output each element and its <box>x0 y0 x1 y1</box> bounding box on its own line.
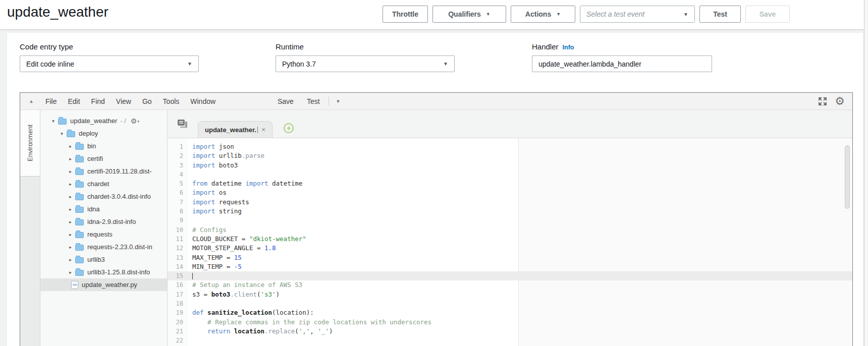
code-line[interactable]: 6import os <box>168 188 852 197</box>
code-line-text[interactable]: from datetime import datetime <box>188 179 852 188</box>
code-line-text[interactable]: import urllib.parse <box>188 151 852 160</box>
tree-item-update-weather[interactable]: ▾update_weather- /⚙▾ <box>40 114 167 127</box>
code-line-text[interactable] <box>188 299 852 308</box>
chevron-right-icon[interactable]: ▸ <box>68 257 73 262</box>
code-line[interactable]: 2import urllib.parse <box>168 151 852 160</box>
code-line[interactable]: 17s3 = boto3.client('s3') <box>168 290 852 299</box>
test-button[interactable]: Test <box>699 6 741 23</box>
line-number[interactable]: 17 <box>168 290 188 299</box>
code-line-text[interactable]: import os <box>188 188 852 197</box>
line-number[interactable]: 3 <box>168 161 188 170</box>
code-line-text[interactable] <box>188 271 852 280</box>
code-line[interactable]: 18 <box>168 299 852 308</box>
chevron-down-icon[interactable]: ▾ <box>50 119 56 124</box>
code-line[interactable]: 5from datetime import datetime <box>168 179 852 188</box>
line-number[interactable]: 9 <box>168 216 188 225</box>
code-line[interactable]: 4 <box>168 170 852 179</box>
code-line[interactable]: 16# Setup an instance of AWS S3 <box>168 280 852 290</box>
tree-settings-gear-icon[interactable]: ⚙▾ <box>131 118 139 125</box>
code-line-text[interactable]: return location.replace(',', '_') <box>188 327 852 336</box>
menu-tools[interactable]: Tools <box>157 97 185 105</box>
code-line-text[interactable]: import string <box>188 207 852 216</box>
code-line-text[interactable]: def sanitize_location(location): <box>188 308 852 317</box>
code-entry-type-select[interactable]: Edit code inline ▼ <box>20 55 199 72</box>
chevron-right-icon[interactable]: ▸ <box>68 182 73 187</box>
line-number[interactable]: 21 <box>168 327 188 336</box>
line-number[interactable]: 2 <box>168 151 188 160</box>
code-line[interactable]: 12MOTOR_STEP_ANGLE = 1.8 <box>168 244 852 253</box>
code-line-text[interactable]: import requests <box>188 198 852 207</box>
chevron-right-icon[interactable]: ▸ <box>68 207 73 212</box>
line-number[interactable]: 5 <box>168 179 188 188</box>
tree-item-chardet-3-0-4-dist-info[interactable]: ▸chardet-3.0.4.dist-info <box>40 190 167 203</box>
code-line[interactable]: 13MAX_TEMP = 15 <box>168 253 852 262</box>
chevron-right-icon[interactable]: ▸ <box>68 270 73 275</box>
tab-update-weather[interactable]: update_weather. × <box>198 121 273 138</box>
environment-tab[interactable]: Environment <box>20 110 40 177</box>
line-number[interactable]: 12 <box>168 244 188 253</box>
chevron-right-icon[interactable]: ▸ <box>68 144 73 149</box>
code-line[interactable]: 10# Configs <box>168 225 852 235</box>
menu-go[interactable]: Go <box>137 97 157 105</box>
menu-view[interactable]: View <box>111 97 137 105</box>
line-number[interactable]: 16 <box>168 280 188 290</box>
line-number[interactable]: 14 <box>168 262 188 271</box>
menu-find[interactable]: Find <box>86 97 111 105</box>
actions-button[interactable]: Actions ▼ <box>511 6 575 23</box>
code-line[interactable]: 7import requests <box>168 198 852 207</box>
fullscreen-icon[interactable] <box>818 97 827 106</box>
code-line-text[interactable]: # Setup an instance of AWS S3 <box>188 280 852 290</box>
code-line-text[interactable]: import boto3 <box>188 161 852 170</box>
code-line-text[interactable]: # Configs <box>188 225 852 235</box>
code-line[interactable]: 19def sanitize_location(location): <box>168 308 852 317</box>
code-line[interactable]: 8import string <box>168 207 852 216</box>
line-number[interactable]: 1 <box>168 142 188 151</box>
code-line-text[interactable] <box>188 336 852 345</box>
code-line-text[interactable]: s3 = boto3.client('s3') <box>188 290 852 299</box>
code-line-text[interactable]: MAX_TEMP = 15 <box>188 253 852 262</box>
code-line[interactable]: 1import json <box>168 142 852 151</box>
test-event-select[interactable]: Select a test event ▼ <box>580 6 695 23</box>
tree-item-certifi[interactable]: ▸certifi <box>40 152 167 165</box>
tab-list-icon[interactable] <box>178 120 187 128</box>
runtime-select[interactable]: Python 3.7 ▼ <box>276 55 455 72</box>
chevron-right-icon[interactable]: ▸ <box>68 245 73 250</box>
menu-file[interactable]: File <box>40 97 63 105</box>
line-number[interactable]: 6 <box>168 188 188 197</box>
tree-item-certifi-2019-11-28-dist-[interactable]: ▸certifi-2019.11.28.dist- <box>40 165 167 178</box>
code-line[interactable]: 20 # Replace commas in the zip code loca… <box>168 318 852 327</box>
code-line[interactable]: 3import boto3 <box>168 161 852 170</box>
editor-scrollbar-thumb[interactable] <box>845 145 850 209</box>
code-line-text[interactable]: # Replace commas in the zip code locatio… <box>188 318 852 327</box>
editor-test-caret-button[interactable]: ▼ <box>331 99 346 104</box>
tree-item-update-weather-py[interactable]: <>update_weather.py <box>40 278 167 291</box>
tree-item-idna[interactable]: ▸idna <box>40 203 167 215</box>
editor-save-button[interactable]: Save <box>271 97 300 105</box>
line-number[interactable]: 13 <box>168 253 188 262</box>
editor-test-button[interactable]: Test <box>300 97 327 105</box>
code-line-text[interactable]: MOTOR_STEP_ANGLE = 1.8 <box>188 244 852 253</box>
settings-gear-icon[interactable]: ⚙ <box>835 96 845 107</box>
line-number[interactable]: 8 <box>168 207 188 216</box>
chevron-right-icon[interactable]: ▸ <box>68 169 73 174</box>
code-line-text[interactable]: MIN_TEMP = -5 <box>188 262 852 271</box>
tree-item-urllib3-1-25-8-dist-info[interactable]: ▸urllib3-1.25.8.dist-info <box>40 266 167 278</box>
code-line[interactable]: 9 <box>168 216 852 225</box>
line-number[interactable]: 20 <box>168 318 188 327</box>
tree-item-chardet[interactable]: ▸chardet <box>40 178 167 190</box>
line-number[interactable]: 10 <box>168 225 188 235</box>
throttle-button[interactable]: Throttle <box>383 6 428 23</box>
new-tab-button[interactable]: + <box>284 123 294 133</box>
tree-item-deploy[interactable]: ▾deploy <box>40 127 167 140</box>
tree-item-requests[interactable]: ▸requests <box>40 228 167 241</box>
tab-close-icon[interactable]: × <box>261 126 265 134</box>
menu-edit[interactable]: Edit <box>62 97 85 105</box>
code-editor[interactable]: 1import json2import urllib.parse3import … <box>168 138 852 346</box>
code-line-text[interactable] <box>188 170 852 179</box>
line-number[interactable]: 4 <box>168 170 188 179</box>
line-number[interactable]: 19 <box>168 308 188 317</box>
handler-input[interactable] <box>532 55 712 72</box>
tree-item-idna-2-9-dist-info[interactable]: ▸idna-2.9.dist-info <box>40 215 167 228</box>
tree-item-bin[interactable]: ▸bin <box>40 140 167 152</box>
collapse-editor-icon[interactable]: ▲ <box>29 98 34 104</box>
